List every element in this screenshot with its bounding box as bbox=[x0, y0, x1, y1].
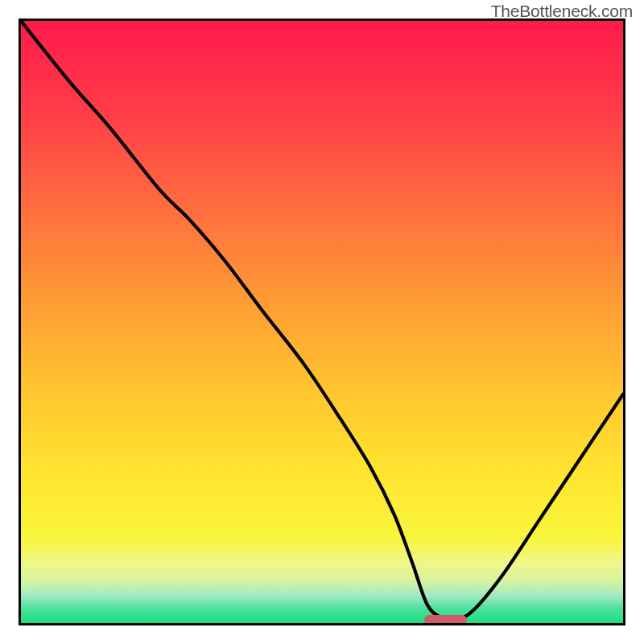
bottleneck-curve bbox=[21, 21, 623, 623]
watermark-text: TheBottleneck.com bbox=[491, 2, 633, 21]
optimum-marker bbox=[424, 615, 466, 624]
plot-area bbox=[21, 21, 623, 623]
